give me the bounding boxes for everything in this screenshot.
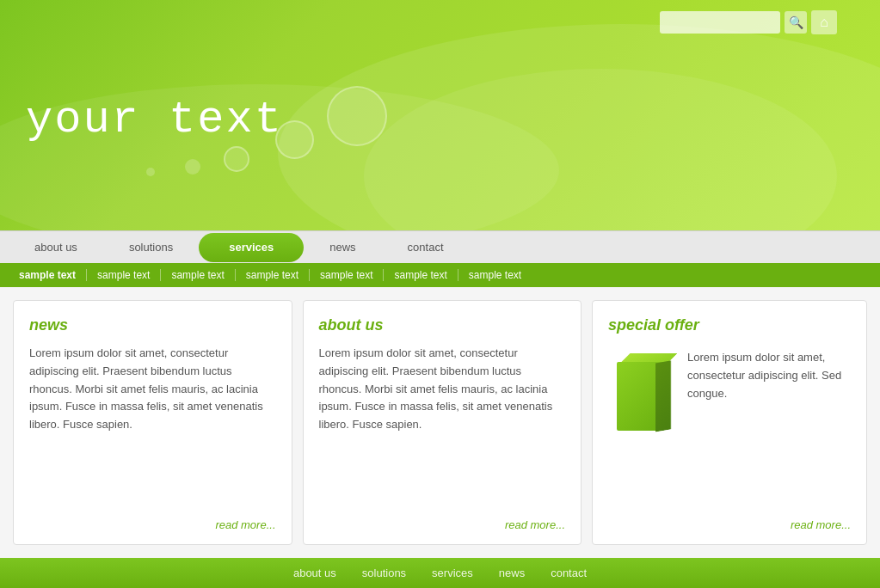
header: your text 🔍 ⌂ bbox=[0, 0, 880, 230]
nav-item-services[interactable]: services bbox=[199, 233, 304, 262]
special-offer-card: special offer Lorem ipsum dolor sit amet… bbox=[592, 300, 867, 545]
footer-item-services[interactable]: services bbox=[432, 567, 473, 579]
footer-item-contact[interactable]: contact bbox=[551, 567, 587, 579]
nav-item-solutions[interactable]: solutions bbox=[103, 233, 199, 262]
circle-decoration-5 bbox=[146, 168, 155, 176]
news-card-title: news bbox=[29, 316, 276, 334]
search-input[interactable] bbox=[660, 11, 780, 34]
news-read-more[interactable]: read more... bbox=[29, 518, 276, 531]
footer-item-solutions[interactable]: solutions bbox=[362, 567, 406, 579]
circle-decoration-4 bbox=[185, 159, 200, 175]
box-3d bbox=[608, 353, 673, 431]
news-card-text: Lorem ipsum dolor sit amet, consectetur … bbox=[29, 345, 276, 510]
sub-nav-item-3[interactable]: sample text bbox=[161, 269, 235, 281]
sub-nav-item-7[interactable]: sample text bbox=[458, 269, 532, 281]
home-button[interactable]: ⌂ bbox=[811, 10, 837, 34]
special-offer-text: Lorem ipsum dolor sit amet, consectetur … bbox=[687, 349, 851, 510]
special-offer-read-more[interactable]: read more... bbox=[608, 518, 851, 531]
about-card-title: about us bbox=[319, 316, 566, 334]
search-bar: 🔍 ⌂ bbox=[660, 10, 837, 34]
sub-nav-item-5[interactable]: sample text bbox=[310, 269, 384, 281]
news-card: news Lorem ipsum dolor sit amet, consect… bbox=[13, 300, 292, 545]
sub-nav: sample text sample text sample text samp… bbox=[0, 263, 880, 287]
content-area: news Lorem ipsum dolor sit amet, consect… bbox=[0, 287, 880, 558]
product-box-icon bbox=[608, 349, 677, 510]
site-title: your text bbox=[26, 95, 283, 145]
search-button[interactable]: 🔍 bbox=[785, 11, 807, 34]
special-offer-title: special offer bbox=[608, 316, 851, 334]
footer-item-news[interactable]: news bbox=[499, 567, 525, 579]
sub-nav-item-1[interactable]: sample text bbox=[9, 269, 87, 281]
footer: about us solutions services news contact bbox=[0, 558, 880, 588]
box-right-face bbox=[655, 360, 671, 432]
page-wrapper: your text 🔍 ⌂ about us solutions service… bbox=[0, 0, 880, 588]
nav-item-about-us[interactable]: about us bbox=[9, 233, 103, 262]
sub-nav-item-2[interactable]: sample text bbox=[87, 269, 161, 281]
about-read-more[interactable]: read more... bbox=[319, 518, 566, 531]
nav-item-news[interactable]: news bbox=[304, 233, 381, 262]
circle-decoration-1 bbox=[327, 86, 387, 146]
sub-nav-item-6[interactable]: sample text bbox=[384, 269, 458, 281]
about-card-text: Lorem ipsum dolor sit amet, consectetur … bbox=[319, 345, 566, 510]
sub-nav-item-4[interactable]: sample text bbox=[236, 269, 310, 281]
about-card: about us Lorem ipsum dolor sit amet, con… bbox=[303, 300, 582, 545]
footer-item-about-us[interactable]: about us bbox=[293, 567, 336, 579]
main-nav: about us solutions services news contact bbox=[0, 230, 880, 263]
nav-item-contact[interactable]: contact bbox=[382, 233, 470, 262]
circle-decoration-3 bbox=[224, 146, 249, 172]
special-offer-content: Lorem ipsum dolor sit amet, consectetur … bbox=[608, 349, 851, 510]
